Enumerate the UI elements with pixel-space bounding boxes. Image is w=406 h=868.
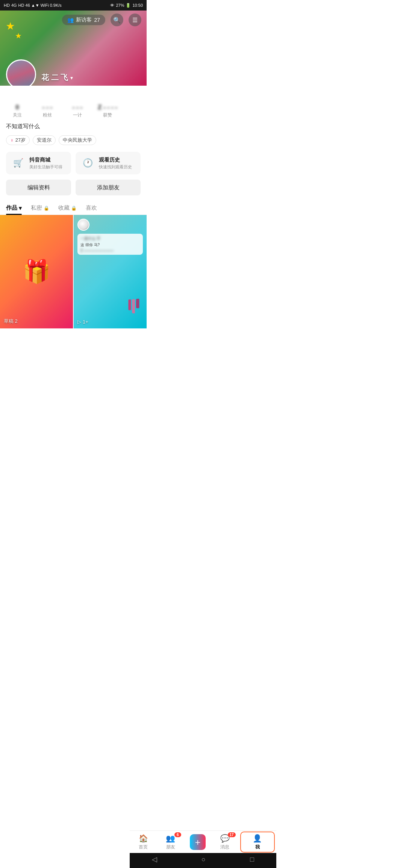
private-lock-icon: 🔒 [44, 206, 49, 211]
stat-fans[interactable]: - - - 粉丝 [36, 104, 59, 118]
fans-count: - - - [42, 104, 52, 111]
bio-text: 不知道写什么 [6, 123, 40, 129]
shop-icon: 🛒 [11, 156, 25, 170]
university-label: 中央民族大学 [63, 137, 92, 144]
shop-subtitle: 美好生活触手可得 [29, 164, 62, 170]
menu-button[interactable]: ☰ [129, 14, 141, 26]
status-left: HD 4G HD 46 ▲▼ WiFi 0.9K/s [4, 3, 62, 8]
avatar[interactable] [6, 59, 36, 86]
username: 花 二 飞 [41, 73, 68, 83]
play-icon: ▷ [77, 319, 81, 325]
eye-icon: 👁 [110, 3, 114, 8]
tag-university[interactable]: 中央民族大学 [59, 135, 96, 145]
play-count-badge: ▷ 1+ [77, 319, 88, 325]
username-dropdown-icon[interactable]: ▾ [70, 75, 73, 81]
search-button[interactable]: 🔍 [111, 14, 123, 26]
tab-works-label: 作品 [6, 204, 17, 212]
history-icon: 🕐 [81, 156, 94, 170]
new-visitor-button[interactable]: 👥 新访客 27 [62, 15, 105, 25]
domino-decoration [128, 298, 139, 314]
battery-icon: 🔋 [126, 3, 131, 8]
video-chat-overlay: 一是什么 字 这 得你 马? 2 ———————— [77, 234, 143, 255]
age-label: 27岁 [15, 137, 26, 144]
moments-label: 一计 [73, 112, 82, 118]
tab-works-arrow: ▾ [19, 205, 22, 212]
new-visitor-count: 27 [94, 17, 100, 23]
location-label: 安道尔 [37, 137, 52, 144]
tags-section: ♀ 27岁 安道尔 中央民族大学 [0, 132, 147, 150]
gender-icon: ♀ [10, 138, 14, 143]
stats-section: 0 关注 - - - 粉丝 - - - 一计 Z - - - - 获赞 [0, 104, 147, 118]
video-grid: 🎁 草稿 2 一是什么 字 这 得你 马? 2 ———————— ▷ 1+ [0, 215, 147, 328]
new-visitor-label: 新访客 [76, 17, 92, 23]
action-cards: 🛒 抖音商城 美好生活触手可得 🕐 观看历史 快速找到观看历史 [6, 152, 141, 174]
tab-works[interactable]: 作品 ▾ [6, 201, 22, 215]
bio-section: 不知道写什么 [0, 118, 147, 132]
avatar-image [7, 60, 35, 86]
clock-display: 10:50 [132, 3, 143, 8]
chat-line-3: 2 ———————— [80, 248, 140, 253]
star-decoration-2: ★ [15, 31, 22, 40]
shop-text: 抖音商城 美好生活触手可得 [29, 157, 62, 170]
avatar-row: 花 二 飞 ▾ [0, 59, 79, 86]
tag-location[interactable]: 安道尔 [33, 135, 56, 145]
likes-label: 获赞 [103, 112, 112, 118]
edit-profile-button[interactable]: 编辑资料 [6, 180, 71, 195]
tab-favorites[interactable]: 收藏 🔒 [58, 201, 77, 215]
chat-line-1: 一是什么 字 [80, 236, 140, 241]
history-card[interactable]: 🕐 观看历史 快速找到观看历史 [76, 152, 141, 174]
thumb1-deco: 🎁 [0, 215, 73, 328]
battery-level: 27% [116, 3, 124, 8]
visitors-icon: 👥 [67, 17, 74, 23]
favorites-lock-icon: 🔒 [71, 206, 77, 211]
play-count: 1+ [83, 319, 88, 325]
hd-icon: HD [4, 3, 10, 8]
tab-favorites-label: 收藏 [58, 204, 70, 212]
content-tabs: 作品 ▾ 私密 🔒 收藏 🔒 喜欢 [0, 201, 147, 215]
video-thumb-2[interactable]: 一是什么 字 这 得你 马? 2 ———————— ▷ 1+ [74, 215, 147, 328]
menu-icon: ☰ [132, 17, 138, 24]
likes-count: Z - - - - [98, 104, 117, 111]
draft-badge: 草稿 2 [4, 318, 18, 325]
username-area: 花 二 飞 ▾ [41, 73, 73, 86]
network-speed: HD 46 ▲▼ WiFi 0.9K/s [18, 3, 62, 8]
moments-count: - - - [73, 104, 82, 111]
profile-topbar: 👥 新访客 27 🔍 ☰ [0, 14, 147, 26]
video-thumb-1[interactable]: 🎁 草稿 2 [0, 215, 73, 328]
follow-count: 0 [15, 104, 19, 111]
tab-private-label: 私密 [31, 204, 42, 212]
shop-card[interactable]: 🛒 抖音商城 美好生活触手可得 [6, 152, 71, 174]
stat-likes[interactable]: Z - - - - 获赞 [96, 104, 119, 118]
status-right: 👁 27% 🔋 10:50 [110, 3, 143, 8]
stat-follow[interactable]: 0 关注 [6, 104, 29, 118]
hero-cover: ★ ★ 👥 新访客 27 🔍 ☰ 花 二 飞 ▾ [0, 11, 147, 86]
signal-icon: 4G [11, 3, 17, 8]
chat-line-2: 这 得你 马? [80, 242, 140, 248]
tag-age[interactable]: ♀ 27岁 [6, 135, 30, 145]
fans-label: 粉丝 [43, 112, 52, 118]
tab-likes[interactable]: 喜欢 [86, 201, 97, 215]
follow-label: 关注 [13, 112, 22, 118]
profile-actions: 编辑资料 添加朋友 [6, 180, 141, 195]
tab-private[interactable]: 私密 🔒 [31, 201, 49, 215]
tab-likes-label: 喜欢 [86, 204, 97, 212]
stat-moments[interactable]: - - - 一计 [66, 104, 89, 118]
add-friend-button[interactable]: 添加朋友 [76, 180, 141, 195]
search-icon: 🔍 [113, 17, 121, 24]
history-title: 观看历史 [99, 157, 132, 163]
panda-avatar [77, 219, 89, 231]
status-bar: HD 4G HD 46 ▲▼ WiFi 0.9K/s 👁 27% 🔋 10:50 [0, 0, 147, 11]
shop-title: 抖音商城 [29, 157, 62, 163]
history-subtitle: 快速找到观看历史 [99, 164, 132, 170]
history-text: 观看历史 快速找到观看历史 [99, 157, 132, 170]
